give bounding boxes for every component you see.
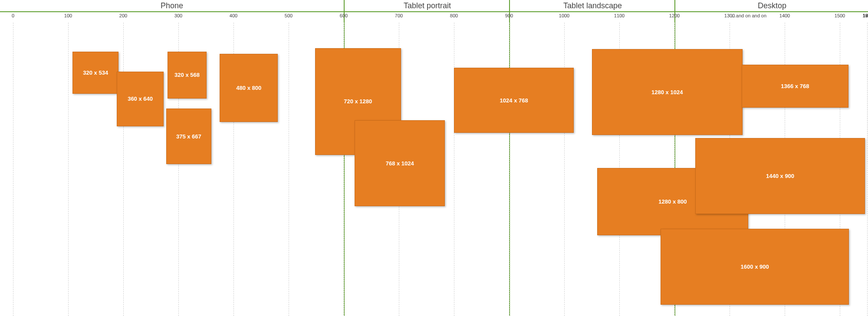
ruler-tick-1200: 1200	[669, 13, 680, 18]
ruler-tick-400: 400	[230, 13, 237, 18]
ruler-tick-1400: 1400	[779, 13, 790, 18]
device-768x1024: 768 x 1024	[355, 120, 445, 206]
ruler-tick-900: 900	[505, 13, 513, 18]
ruler-tick-100: 100	[64, 13, 72, 18]
device-1366x768: 1366 x 768	[742, 65, 848, 108]
device-375x667: 375 x 667	[166, 109, 211, 164]
ruler-tick-500: 500	[285, 13, 293, 18]
device-label: 768 x 1024	[386, 160, 414, 167]
ruler-tick-700: 700	[395, 13, 403, 18]
device-label: 1366 x 768	[781, 83, 809, 89]
ruler-tick-600: 600	[340, 13, 348, 18]
ruler-tick-1000: 1000	[559, 13, 569, 18]
category-phone: Phone	[0, 0, 344, 11]
device-label: 1280 x 800	[658, 198, 687, 205]
gridline-800	[454, 23, 454, 316]
device-1280x1024: 1280 x 1024	[592, 49, 743, 135]
ruler-tick-0: 0	[12, 13, 14, 18]
device-label: 320 x 534	[83, 69, 108, 76]
device-320x534: 320 x 534	[72, 52, 118, 94]
device-label: 1600 x 900	[741, 263, 769, 270]
gridline-200	[123, 23, 124, 316]
device-label: 375 x 667	[176, 133, 201, 140]
breakpoint-diagram: PhoneTablet portraitTablet landscapeDesk…	[0, 0, 868, 316]
ruler-overflow-label: …and on and on	[731, 13, 766, 18]
gridline-overflow	[867, 23, 868, 316]
gridline-100	[68, 23, 69, 316]
category-tablet-landscape: Tablet landscape	[509, 0, 675, 11]
device-label: 480 x 800	[236, 85, 261, 91]
device-1600x900: 1600 x 900	[661, 229, 849, 305]
ruler-tick-1900: 1900	[863, 13, 868, 18]
device-1024x768: 1024 x 768	[454, 68, 574, 133]
device-320x568: 320 x 568	[168, 52, 207, 99]
ruler-tick-1500: 1500	[835, 13, 845, 18]
device-label: 720 x 1280	[344, 98, 372, 105]
category-tablet-portrait: Tablet portrait	[344, 0, 510, 11]
ruler-tick-300: 300	[174, 13, 182, 18]
gridline-0	[13, 23, 13, 316]
device-1440x900: 1440 x 900	[695, 138, 865, 214]
gridline-900	[509, 23, 510, 316]
ruler-tick-1100: 1100	[614, 13, 625, 18]
category-header-row: PhoneTablet portraitTablet landscapeDesk…	[0, 0, 868, 12]
gridline-1000	[564, 23, 565, 316]
category-desktop: Desktop	[674, 0, 868, 11]
device-label: 1280 x 1024	[651, 89, 683, 95]
device-360x640: 360 x 640	[117, 72, 164, 126]
ruler-tick-200: 200	[119, 13, 127, 18]
device-label: 360 x 640	[128, 95, 153, 102]
device-label: 320 x 568	[174, 72, 200, 78]
device-label: 1024 x 768	[500, 97, 528, 104]
device-label: 1440 x 900	[766, 173, 794, 179]
device-480x800: 480 x 800	[220, 54, 278, 122]
ruler-tick-800: 800	[450, 13, 458, 18]
gridline-500	[289, 23, 289, 316]
